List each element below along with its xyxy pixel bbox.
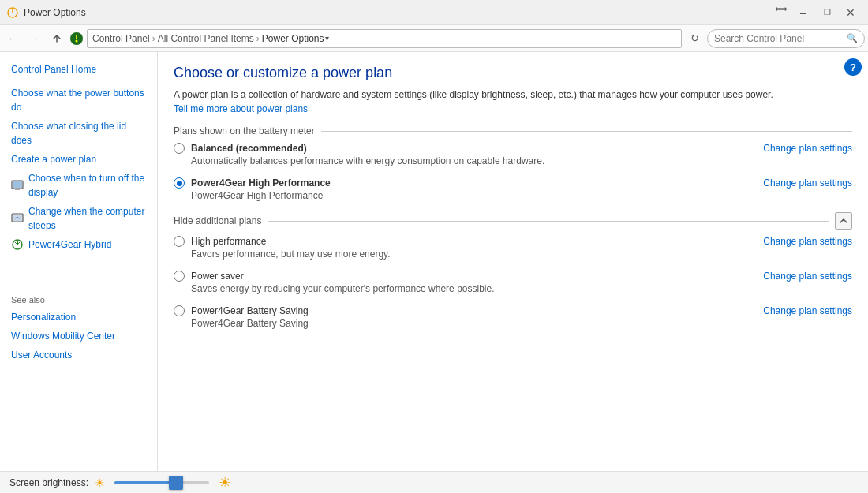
forward-button[interactable]: →: [25, 29, 44, 48]
sidebar-item-power4gear[interactable]: Power4Gear Hybrid: [0, 235, 157, 254]
breadcrumb: Control Panel › All Control Panel Items …: [87, 29, 682, 48]
brightness-slider-fill: [114, 481, 176, 484]
plan-item-balanced: Balanced (recommended) Change plan setti…: [174, 143, 852, 166]
brightness-slider[interactable]: [114, 481, 209, 484]
page-description: A power plan is a collection of hardware…: [174, 88, 789, 116]
main-layout: Control Panel Home Choose what the power…: [0, 52, 868, 471]
page-title: Choose or customize a power plan: [174, 65, 852, 81]
plan-desc-power4gear-high: Power4Gear High Performance: [191, 190, 852, 201]
plan-radio-power-saver[interactable]: [174, 271, 185, 282]
svg-point-2: [76, 39, 78, 42]
learn-more-link[interactable]: Tell me more about power plans: [174, 103, 308, 114]
brightness-thumb: [169, 476, 183, 490]
plan-name-balanced: Balanced (recommended): [191, 143, 763, 154]
plan-name-power4gear-battery: Power4Gear Battery Saving: [191, 305, 763, 316]
hide-additional-button[interactable]: [835, 212, 852, 230]
address-bar: ← → Control Panel › All Control Panel It…: [0, 25, 868, 52]
change-plan-high-performance[interactable]: Change plan settings: [763, 236, 852, 247]
title-bar-text: Power Options: [24, 7, 772, 18]
sidebar-item-turn-off-display[interactable]: Choose when to turn off the display: [0, 169, 157, 202]
breadcrumb-all-items[interactable]: All Control Panel Items: [158, 33, 254, 44]
sidebar-item-power-buttons[interactable]: Choose what the power buttons do: [0, 84, 157, 117]
close-button[interactable]: ✕: [840, 4, 862, 21]
plan-item-power-saver: Power saver Change plan settings Saves e…: [174, 271, 852, 294]
plan-name-power4gear-high: Power4Gear High Performance: [191, 177, 763, 189]
search-icon: 🔍: [847, 33, 858, 43]
minimize-button[interactable]: –: [792, 4, 814, 21]
plan-desc-power-saver: Saves energy by reducing your computer's…: [191, 283, 852, 294]
sun-large-icon: ☀: [219, 474, 231, 491]
change-plan-balanced[interactable]: Change plan settings: [763, 143, 852, 154]
plan-desc-power4gear-battery: Power4Gear Battery Saving: [191, 318, 852, 329]
help-button[interactable]: ?: [844, 58, 862, 76]
power4gear-icon: [11, 238, 24, 251]
sidebar-item-mobility-center[interactable]: Windows Mobility Center: [0, 327, 157, 345]
breadcrumb-control-panel[interactable]: Control Panel: [92, 33, 150, 44]
plan-desc-balanced: Automatically balances performance with …: [191, 155, 852, 166]
plan-radio-balanced[interactable]: [174, 143, 185, 154]
plan-item-power4gear-high: Power4Gear High Performance Change plan …: [174, 177, 852, 201]
plan-item-power4gear-battery: Power4Gear Battery Saving Change plan se…: [174, 305, 852, 329]
sidebar-item-user-accounts[interactable]: User Accounts: [0, 345, 157, 364]
hide-additional-label: Hide additional plans: [174, 215, 261, 226]
plan-item-high-performance: High performance Change plan settings Fa…: [174, 236, 852, 260]
plan-desc-high-performance: Favors performance, but may use more ene…: [191, 248, 852, 260]
breadcrumb-dropdown-icon[interactable]: ▾: [325, 34, 329, 43]
hide-additional-header: Hide additional plans: [174, 212, 852, 230]
breadcrumb-icon: [69, 31, 84, 45]
sidebar-item-personalization[interactable]: Personalization: [0, 308, 157, 327]
resize-icon: ⟺: [772, 4, 791, 21]
plan-name-power-saver: Power saver: [191, 271, 763, 282]
battery-section-header: Plans shown on the battery meter: [174, 125, 852, 136]
monitor-icon: [11, 179, 24, 192]
plan-name-high-performance: High performance: [191, 236, 763, 247]
change-plan-power4gear-high[interactable]: Change plan settings: [763, 177, 852, 189]
search-box: 🔍: [707, 29, 865, 48]
refresh-button[interactable]: ↻: [685, 29, 704, 48]
back-button[interactable]: ←: [3, 29, 22, 48]
plan-radio-power4gear-high[interactable]: [174, 177, 185, 189]
sidebar-item-closing-lid[interactable]: Choose what closing the lid does: [0, 117, 157, 150]
content-area: Choose or customize a power plan A power…: [158, 52, 868, 471]
see-also-section: See also Personalization Windows Mobilit…: [0, 286, 157, 364]
up-button[interactable]: [47, 29, 66, 48]
title-bar: Power Options ⟺ – ❐ ✕: [0, 0, 868, 25]
breadcrumb-current: Power Options: [262, 33, 324, 44]
title-bar-controls: ⟺ – ❐ ✕: [772, 4, 862, 21]
maximize-button[interactable]: ❐: [816, 4, 838, 21]
brightness-label: Screen brightness:: [9, 477, 88, 488]
plan-radio-power4gear-battery[interactable]: [174, 305, 185, 316]
sidebar-item-sleep[interactable]: Change when the computer sleeps: [0, 202, 157, 235]
sidebar-item-create-plan[interactable]: Create a power plan: [0, 150, 157, 169]
battery-section-label: Plans shown on the battery meter: [174, 125, 315, 136]
sidebar-item-control-panel-home[interactable]: Control Panel Home: [0, 60, 157, 79]
sun-small-icon: ☀: [95, 476, 105, 489]
status-bar: Screen brightness: ☀ ☀: [0, 471, 868, 493]
see-also-label: See also: [0, 286, 157, 308]
change-plan-power-saver[interactable]: Change plan settings: [763, 271, 852, 282]
power-options-icon: [6, 6, 19, 19]
search-input[interactable]: [714, 33, 847, 44]
change-plan-power4gear-battery[interactable]: Change plan settings: [763, 305, 852, 316]
sidebar: Control Panel Home Choose what the power…: [0, 52, 158, 471]
sleep-icon: [11, 212, 24, 225]
plan-radio-high-performance[interactable]: [174, 236, 185, 247]
svg-rect-5: [13, 181, 22, 188]
svg-rect-4: [15, 189, 20, 190]
